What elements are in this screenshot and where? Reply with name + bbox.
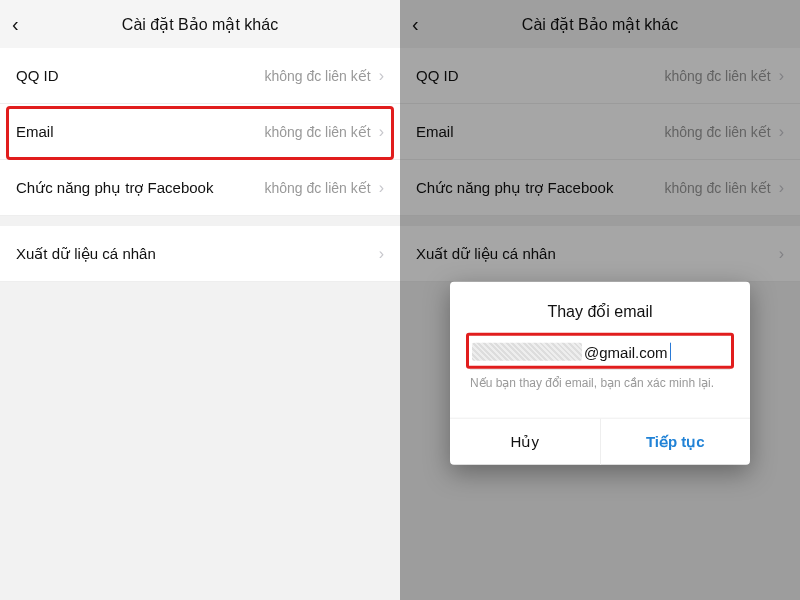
row-qq-id[interactable]: QQ ID không đc liên kết › [400, 48, 800, 104]
row-facebook[interactable]: Chức năng phụ trợ Facebook không đc liên… [400, 160, 800, 216]
chevron-right-icon: › [779, 67, 784, 85]
dialog-hint: Nếu bạn thay đổi email, bạn cần xác minh… [470, 376, 730, 390]
change-email-dialog: Thay đổi email @gmail.com Nếu bạn thay đ… [450, 282, 750, 465]
email-input[interactable]: @gmail.com [470, 339, 730, 370]
cancel-button[interactable]: Hủy [450, 419, 601, 465]
row-value: không đc liên kết [664, 124, 770, 140]
dialog-title: Thay đổi email [470, 302, 730, 321]
back-icon[interactable]: ‹ [412, 14, 419, 34]
settings-list: QQ ID không đc liên kết › Email không đc… [0, 48, 400, 282]
header: ‹ Cài đặt Bảo mật khác [400, 0, 800, 48]
row-value: không đc liên kết [264, 180, 370, 196]
chevron-right-icon: › [379, 179, 384, 197]
email-suffix: @gmail.com [584, 343, 668, 360]
row-label: Email [416, 123, 664, 140]
row-label: Chức năng phụ trợ Facebook [16, 179, 264, 197]
row-label: Xuất dữ liệu cá nhân [16, 245, 371, 263]
row-facebook[interactable]: Chức năng phụ trợ Facebook không đc liên… [0, 160, 400, 216]
row-label: Xuất dữ liệu cá nhân [416, 245, 771, 263]
header: ‹ Cài đặt Bảo mật khác [0, 0, 400, 48]
row-value: không đc liên kết [264, 124, 370, 140]
section-gap [0, 216, 400, 226]
page-title: Cài đặt Bảo mật khác [522, 15, 678, 34]
chevron-right-icon: › [779, 245, 784, 263]
text-caret [670, 343, 671, 361]
continue-button[interactable]: Tiếp tục [601, 419, 751, 465]
row-label: Email [16, 123, 264, 140]
settings-list: QQ ID không đc liên kết › Email không đc… [400, 48, 800, 282]
chevron-right-icon: › [379, 123, 384, 141]
page-title: Cài đặt Bảo mật khác [122, 15, 278, 34]
row-qq-id[interactable]: QQ ID không đc liên kết › [0, 48, 400, 104]
row-value: không đc liên kết [664, 180, 770, 196]
row-export-data[interactable]: Xuất dữ liệu cá nhân › [400, 226, 800, 282]
row-value: không đc liên kết [664, 68, 770, 84]
row-value: không đc liên kết [264, 68, 370, 84]
chevron-right-icon: › [379, 67, 384, 85]
panel-left: ‹ Cài đặt Bảo mật khác QQ ID không đc li… [0, 0, 400, 600]
row-label: Chức năng phụ trợ Facebook [416, 179, 664, 197]
chevron-right-icon: › [379, 245, 384, 263]
chevron-right-icon: › [779, 123, 784, 141]
row-label: QQ ID [16, 67, 264, 84]
row-export-data[interactable]: Xuất dữ liệu cá nhân › [0, 226, 400, 282]
panel-right: ‹ Cài đặt Bảo mật khác QQ ID không đc li… [400, 0, 800, 600]
row-label: QQ ID [416, 67, 664, 84]
row-email[interactable]: Email không đc liên kết › [0, 104, 400, 160]
section-gap [400, 216, 800, 226]
back-icon[interactable]: ‹ [12, 14, 19, 34]
email-redacted [472, 343, 582, 361]
chevron-right-icon: › [779, 179, 784, 197]
row-email[interactable]: Email không đc liên kết › [400, 104, 800, 160]
dialog-actions: Hủy Tiếp tục [450, 418, 750, 465]
